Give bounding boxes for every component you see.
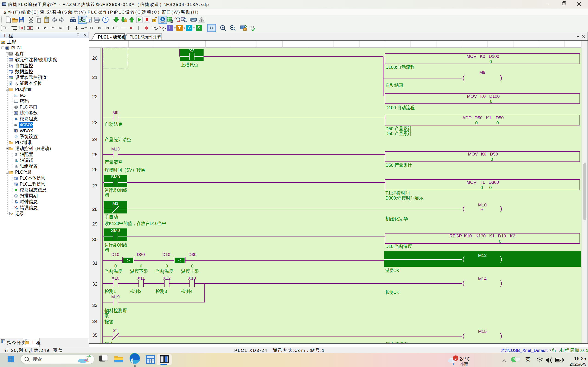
svg-text:R: R — [99, 27, 101, 30]
svg-text:密码: 密码 — [20, 98, 29, 104]
svg-text:PLC1-软元件注释: PLC1-软元件注释 — [130, 34, 161, 40]
svg-text:记录: 记录 — [15, 211, 24, 216]
svg-text:搜索: 搜索 — [33, 357, 42, 361]
svg-text:I/O: I/O — [15, 94, 17, 97]
svg-text:T: T — [178, 25, 181, 30]
svg-text:时钟信息: 时钟信息 — [20, 199, 38, 204]
svg-text:PLC 串口: PLC 串口 — [20, 104, 37, 109]
svg-text:设置软元件初值: 设置软元件初值 — [15, 75, 46, 80]
svg-text:?: ? — [104, 18, 107, 22]
svg-text:运动控制（H运动）: 运动控制（H运动） — [15, 146, 53, 151]
svg-text:WBOX: WBOX — [20, 128, 33, 133]
svg-text:4GBOX: 4GBOX — [20, 123, 34, 127]
svg-text:16:25: 16:25 — [574, 356, 586, 361]
svg-text:自由监控: 自由监控 — [15, 63, 33, 68]
svg-text:I: I — [169, 25, 170, 30]
svg-text:工程: 工程 — [7, 39, 16, 44]
svg-text:PLC通讯: PLC通讯 — [15, 140, 32, 145]
svg-text:V: V — [10, 83, 11, 85]
svg-text:轴配置: 轴配置 — [20, 152, 33, 157]
svg-text:PLC1 - 梯形图: PLC1 - 梯形图 — [98, 34, 126, 40]
svg-text:扫描周期: 扫描周期 — [19, 193, 38, 198]
svg-text:英: 英 — [526, 357, 530, 362]
svg-text:PLC1: PLC1 — [11, 45, 22, 50]
svg-text:i: i — [17, 178, 17, 180]
svg-text:错误信息: 错误信息 — [19, 205, 38, 210]
svg-text:C: C — [188, 25, 191, 30]
svg-text:轴调试: 轴调试 — [20, 158, 33, 163]
svg-text:S: S — [197, 25, 200, 30]
svg-text:i: i — [17, 184, 17, 186]
svg-text:24°C: 24°C — [459, 356, 470, 361]
svg-text:功能版本切换: 功能版本切换 — [15, 81, 42, 86]
svg-text:模块组态: 模块组态 — [20, 116, 38, 121]
svg-text:5: 5 — [455, 356, 457, 361]
svg-text:?: ? — [88, 19, 91, 23]
svg-text:软元件注释/使用状况: 软元件注释/使用状况 — [15, 57, 57, 62]
svg-text:PLC工程信息: PLC工程信息 — [20, 181, 45, 186]
svg-text:I/O: I/O — [20, 93, 26, 98]
svg-text:脉冲参数: 脉冲参数 — [20, 110, 38, 115]
svg-text:PLC配置: PLC配置 — [15, 86, 32, 92]
svg-text:PLC本体信息: PLC本体信息 — [20, 175, 45, 181]
svg-text:2025/6/9: 2025/6/9 — [569, 362, 586, 367]
svg-text:小雨: 小雨 — [460, 362, 468, 367]
svg-text:程序: 程序 — [15, 51, 24, 56]
svg-text:S: S — [107, 27, 108, 30]
svg-text:PLC信息: PLC信息 — [15, 169, 32, 175]
svg-text:IL: IL — [244, 28, 246, 31]
svg-text:模块组态信息: 模块组态信息 — [20, 187, 47, 192]
svg-text:系统设置: 系统设置 — [20, 134, 38, 139]
svg-text:轴组配置: 轴组配置 — [20, 163, 38, 169]
svg-text:数据监控: 数据监控 — [15, 69, 33, 74]
